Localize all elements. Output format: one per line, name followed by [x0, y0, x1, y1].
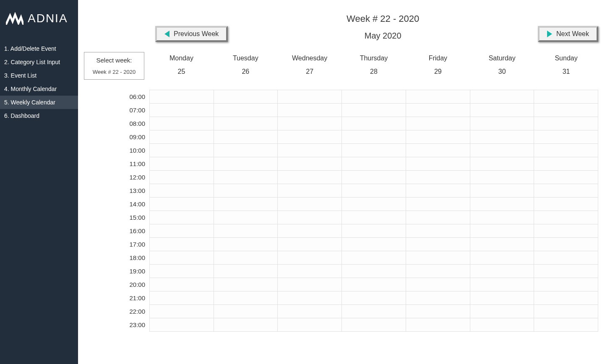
calendar-cell[interactable] — [278, 198, 342, 211]
calendar-cell[interactable] — [406, 198, 470, 211]
calendar-cell[interactable] — [214, 278, 278, 291]
calendar-cell[interactable] — [406, 104, 470, 117]
calendar-cell[interactable] — [150, 117, 214, 130]
calendar-cell[interactable] — [470, 238, 534, 251]
calendar-cell[interactable] — [406, 90, 470, 104]
calendar-cell[interactable] — [278, 251, 342, 265]
calendar-cell[interactable] — [406, 238, 470, 251]
calendar-cell[interactable] — [406, 278, 470, 291]
calendar-cell[interactable] — [150, 171, 214, 184]
calendar-cell[interactable] — [150, 265, 214, 278]
calendar-cell[interactable] — [534, 318, 598, 332]
sidebar-item-monthly-calendar[interactable]: 4. Monthly Calendar — [0, 82, 78, 96]
calendar-cell[interactable] — [150, 130, 214, 144]
calendar-cell[interactable] — [278, 238, 342, 251]
calendar-cell[interactable] — [534, 291, 598, 305]
calendar-cell[interactable] — [214, 144, 278, 157]
calendar-cell[interactable] — [470, 224, 534, 238]
calendar-cell[interactable] — [406, 291, 470, 305]
calendar-cell[interactable] — [214, 238, 278, 251]
sidebar-item-event-list[interactable]: 3. Event List — [0, 69, 78, 82]
calendar-cell[interactable] — [534, 144, 598, 157]
calendar-cell[interactable] — [406, 305, 470, 318]
calendar-cell[interactable] — [214, 305, 278, 318]
calendar-cell[interactable] — [534, 238, 598, 251]
calendar-cell[interactable] — [214, 291, 278, 305]
calendar-cell[interactable] — [406, 224, 470, 238]
calendar-cell[interactable] — [342, 184, 406, 198]
calendar-cell[interactable] — [342, 278, 406, 291]
calendar-cell[interactable] — [470, 171, 534, 184]
calendar-cell[interactable] — [342, 238, 406, 251]
calendar-cell[interactable] — [406, 184, 470, 198]
calendar-cell[interactable] — [150, 157, 214, 171]
calendar-cell[interactable] — [534, 211, 598, 224]
calendar-cell[interactable] — [342, 265, 406, 278]
calendar-cell[interactable] — [342, 90, 406, 104]
sidebar-item-add-delete-event[interactable]: 1. Add/Delete Event — [0, 42, 78, 55]
calendar-cell[interactable] — [342, 318, 406, 332]
calendar-cell[interactable] — [342, 291, 406, 305]
calendar-cell[interactable] — [470, 318, 534, 332]
calendar-cell[interactable] — [150, 238, 214, 251]
calendar-cell[interactable] — [470, 130, 534, 144]
calendar-cell[interactable] — [470, 117, 534, 130]
calendar-cell[interactable] — [534, 130, 598, 144]
calendar-cell[interactable] — [470, 90, 534, 104]
calendar-cell[interactable] — [278, 104, 342, 117]
calendar-cell[interactable] — [534, 117, 598, 130]
calendar-cell[interactable] — [214, 90, 278, 104]
calendar-cell[interactable] — [150, 251, 214, 265]
calendar-cell[interactable] — [150, 104, 214, 117]
calendar-cell[interactable] — [470, 291, 534, 305]
calendar-cell[interactable] — [470, 157, 534, 171]
calendar-cell[interactable] — [150, 198, 214, 211]
calendar-cell[interactable] — [214, 318, 278, 332]
calendar-cell[interactable] — [406, 117, 470, 130]
calendar-cell[interactable] — [470, 144, 534, 157]
week-selector[interactable]: Select week: Week # 22 - 2020 — [84, 52, 144, 80]
calendar-cell[interactable] — [278, 318, 342, 332]
calendar-cell[interactable] — [278, 157, 342, 171]
calendar-cell[interactable] — [214, 224, 278, 238]
calendar-cell[interactable] — [534, 90, 598, 104]
calendar-cell[interactable] — [406, 171, 470, 184]
calendar-cell[interactable] — [342, 117, 406, 130]
calendar-cell[interactable] — [150, 144, 214, 157]
calendar-cell[interactable] — [214, 211, 278, 224]
calendar-cell[interactable] — [406, 130, 470, 144]
sidebar-item-dashboard[interactable]: 6. Dashboard — [0, 109, 78, 122]
calendar-cell[interactable] — [534, 251, 598, 265]
calendar-cell[interactable] — [534, 157, 598, 171]
calendar-cell[interactable] — [470, 265, 534, 278]
calendar-cell[interactable] — [406, 157, 470, 171]
calendar-cell[interactable] — [342, 104, 406, 117]
calendar-cell[interactable] — [278, 278, 342, 291]
calendar-cell[interactable] — [534, 104, 598, 117]
calendar-cell[interactable] — [342, 144, 406, 157]
calendar-cell[interactable] — [150, 184, 214, 198]
calendar-cell[interactable] — [278, 90, 342, 104]
calendar-cell[interactable] — [342, 171, 406, 184]
calendar-cell[interactable] — [214, 157, 278, 171]
calendar-cell[interactable] — [534, 184, 598, 198]
calendar-cell[interactable] — [406, 318, 470, 332]
calendar-cell[interactable] — [470, 184, 534, 198]
calendar-cell[interactable] — [150, 211, 214, 224]
calendar-cell[interactable] — [470, 278, 534, 291]
calendar-cell[interactable] — [214, 265, 278, 278]
calendar-cell[interactable] — [150, 291, 214, 305]
calendar-cell[interactable] — [278, 117, 342, 130]
calendar-cell[interactable] — [534, 198, 598, 211]
calendar-cell[interactable] — [278, 144, 342, 157]
calendar-cell[interactable] — [342, 224, 406, 238]
calendar-cell[interactable] — [470, 104, 534, 117]
calendar-cell[interactable] — [534, 278, 598, 291]
calendar-cell[interactable] — [278, 211, 342, 224]
calendar-cell[interactable] — [214, 104, 278, 117]
calendar-cell[interactable] — [278, 224, 342, 238]
calendar-cell[interactable] — [534, 224, 598, 238]
sidebar-item-category-list-input[interactable]: 2. Category List Input — [0, 55, 78, 69]
calendar-cell[interactable] — [278, 184, 342, 198]
calendar-cell[interactable] — [406, 265, 470, 278]
